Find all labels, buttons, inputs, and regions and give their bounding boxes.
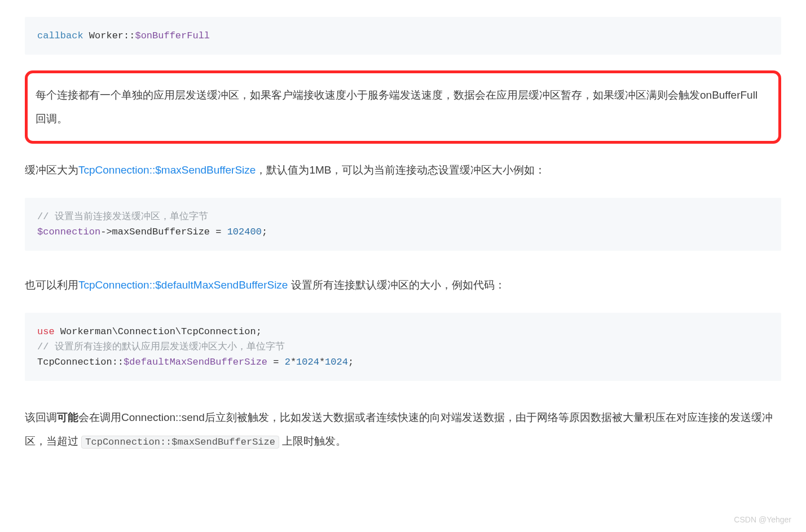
code-token: 1024	[296, 357, 319, 367]
code-token: ::	[124, 30, 135, 41]
inline-code-maxsendbuffersize: TcpConnection::$maxSendBufferSize	[81, 436, 279, 449]
code-token: ;	[262, 227, 267, 237]
code-token: $connection	[37, 227, 100, 237]
code-token: Workerman\Connection\TcpConnection;	[55, 326, 262, 337]
code-token: $onBufferFull	[135, 30, 210, 41]
code-block-set-buffer: // 设置当前连接发送缓冲区，单位字节 $connection->maxSend…	[25, 198, 781, 251]
code-token: =	[267, 357, 285, 367]
text: 缓冲区大为	[25, 164, 78, 176]
code-token: 2	[285, 357, 290, 367]
code-token: *	[290, 357, 296, 367]
code-token: *	[319, 357, 325, 367]
text: 上限时触发。	[279, 435, 346, 447]
text: 也可以利用	[25, 279, 78, 291]
paragraph-buffer-size: 缓冲区大为TcpConnection::$maxSendBufferSize，默…	[25, 158, 781, 182]
code-token: ->maxSendBufferSize =	[100, 227, 227, 237]
paragraph-default-buffer: 也可以利用TcpConnection::$defaultMaxSendBuffe…	[25, 273, 781, 297]
highlighted-note: 每个连接都有一个单独的应用层发送缓冲区，如果客户端接收速度小于服务端发送速度，数…	[25, 70, 781, 144]
text: ，默认值为1MB，可以为当前连接动态设置缓冲区大小例如：	[256, 164, 545, 176]
paragraph-callback-trigger: 该回调可能会在调用Connection::send后立刻被触发，比如发送大数据或…	[25, 406, 781, 453]
code-token: $defaultMaxSendBufferSize	[124, 357, 267, 367]
text: 该回调	[25, 411, 57, 423]
text-bold: 可能	[57, 411, 78, 423]
code-token: callback	[37, 30, 89, 41]
code-token: ::	[112, 357, 124, 367]
code-token: ;	[348, 357, 354, 367]
code-token: 1024	[325, 357, 348, 367]
code-token: Worker	[89, 30, 124, 41]
highlighted-text: 每个连接都有一个单独的应用层发送缓冲区，如果客户端接收速度小于服务端发送速度，数…	[36, 89, 757, 125]
link-defaultmaxsendbuffersize[interactable]: TcpConnection::$defaultMaxSendBufferSize	[78, 279, 288, 291]
code-token: TcpConnection	[37, 357, 112, 367]
code-comment: // 设置所有连接的默认应用层发送缓冲区大小，单位字节	[37, 342, 285, 352]
article-body: callback Worker::$onBufferFull 每个连接都有一个单…	[0, 17, 806, 479]
text: 设置所有连接默认缓冲区的大小，例如代码：	[288, 279, 505, 291]
code-token: 102400	[227, 227, 262, 237]
code-token: use	[37, 326, 55, 337]
link-maxsendbuffersize[interactable]: TcpConnection::$maxSendBufferSize	[78, 164, 256, 176]
code-comment: // 设置当前连接发送缓冲区，单位字节	[37, 211, 208, 222]
code-block-use-tcp: use Workerman\Connection\TcpConnection; …	[25, 313, 781, 382]
code-block-callback: callback Worker::$onBufferFull	[25, 17, 781, 55]
